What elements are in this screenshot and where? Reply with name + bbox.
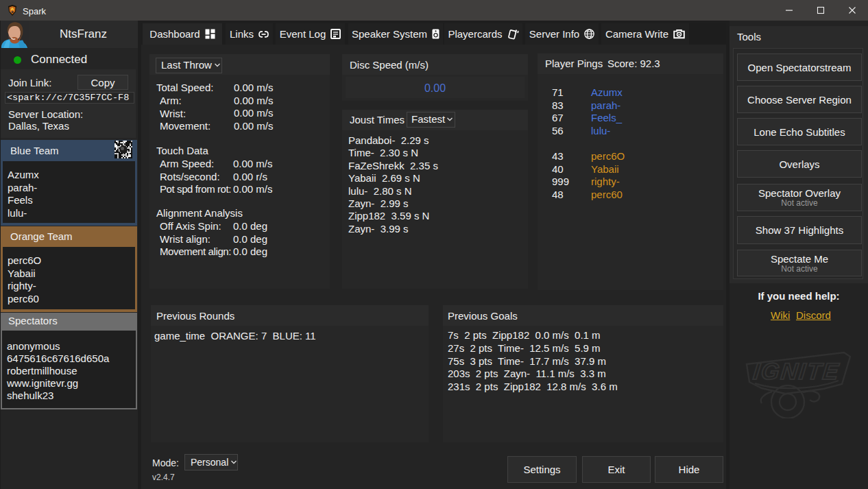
svg-text:IGNITE: IGNITE (752, 358, 841, 384)
